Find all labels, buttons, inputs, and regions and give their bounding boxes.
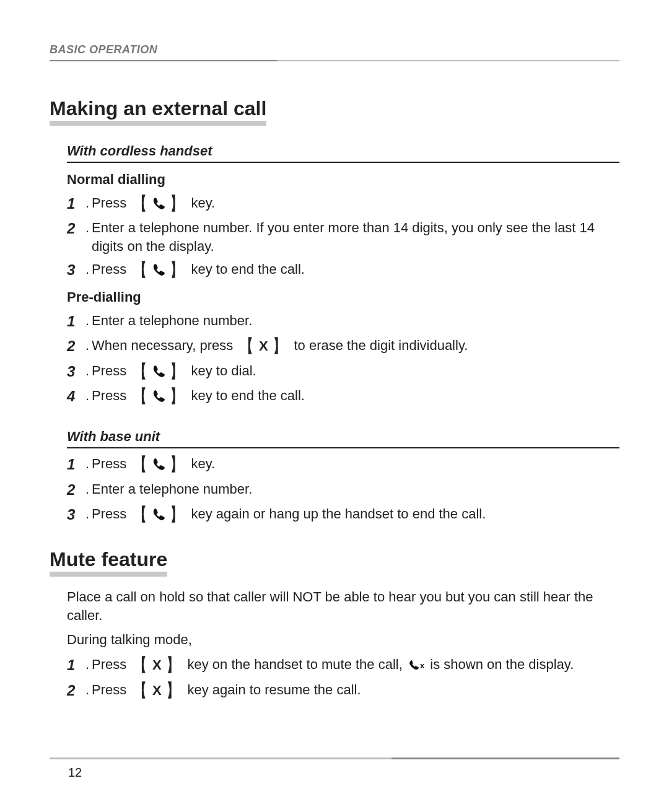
x-key-icon: 【X】 xyxy=(132,682,181,699)
step-text: key to dial. xyxy=(191,363,256,378)
steps-base-unit: 1. Press 【】 key. 2. Enter a telephone nu… xyxy=(67,455,619,525)
step-text: to erase the digit individually. xyxy=(294,338,468,353)
step-item: 3. Press 【】 key to end the call. xyxy=(67,260,619,280)
header-rule xyxy=(50,60,619,61)
subheading-cordless-handset: With cordless handset xyxy=(67,143,619,163)
step-text: Press xyxy=(92,657,126,672)
steps-mute: 1. Press 【X】 key on the handset to mute … xyxy=(67,655,619,701)
talk-key-icon: 【】 xyxy=(132,261,185,279)
step-text: Press xyxy=(92,195,126,211)
step-text: Press xyxy=(92,506,126,522)
step-text: Press xyxy=(92,388,126,403)
step-item: 2. Enter a telephone number. If you ente… xyxy=(67,219,619,255)
talk-key-icon: 【】 xyxy=(132,195,185,212)
step-text: Enter a telephone number. xyxy=(92,312,619,330)
step-item: 4. Press 【】 key to end the call. xyxy=(67,386,619,406)
subheading-normal-dialling: Normal dialling xyxy=(67,172,619,188)
heading-making-external-call: Making an external call xyxy=(50,98,266,126)
step-text: key on the handset to mute the call, xyxy=(188,657,403,672)
mute-indicator-icon: x xyxy=(408,659,424,671)
step-item: 1. Enter a telephone number. xyxy=(67,312,619,331)
talk-key-icon: 【】 xyxy=(132,506,185,523)
step-text: key to end the call. xyxy=(191,388,305,403)
heading-mute-feature: Mute feature xyxy=(50,549,167,577)
step-text: Press xyxy=(92,456,126,471)
section-header: BASIC OPERATION xyxy=(50,43,619,56)
step-item: 1. Press 【】 key. xyxy=(67,194,619,214)
step-text: is shown on the display. xyxy=(430,657,574,672)
talk-key-icon: 【】 xyxy=(132,388,185,405)
step-text: Press xyxy=(92,261,126,277)
subheading-pre-dialling: Pre-dialling xyxy=(67,289,619,305)
step-text: Press xyxy=(92,363,126,378)
mute-description-2: During talking mode, xyxy=(67,631,619,649)
talk-key-icon: 【】 xyxy=(132,456,185,473)
step-text: key. xyxy=(191,456,216,471)
step-item: 1. Press 【X】 key on the handset to mute … xyxy=(67,655,619,675)
step-item: 3. Press 【】 key to dial. xyxy=(67,362,619,382)
step-text: Press xyxy=(92,682,126,697)
footer-rule xyxy=(50,757,619,759)
step-item: 2. When necessary, press 【X】 to erase th… xyxy=(67,336,619,356)
step-item: 2. Enter a telephone number. xyxy=(67,480,619,500)
mute-description-1: Place a call on hold so that caller will… xyxy=(67,588,619,624)
talk-key-icon: 【】 xyxy=(132,363,185,380)
step-text: key again to resume the call. xyxy=(188,682,361,697)
steps-normal-dialling: 1. Press 【】 key. 2. Enter a telephone nu… xyxy=(67,194,619,281)
step-text: Enter a telephone number. If you enter m… xyxy=(92,219,619,255)
step-text: key. xyxy=(191,195,216,211)
step-text: key again or hang up the handset to end … xyxy=(191,506,486,522)
step-item: 3. Press 【】 key again or hang up the han… xyxy=(67,505,619,525)
subheading-base-unit: With base unit xyxy=(67,429,619,448)
step-item: 2. Press 【X】 key again to resume the cal… xyxy=(67,681,619,701)
step-text: key to end the call. xyxy=(191,261,305,277)
page-number: 12 xyxy=(68,766,82,780)
steps-pre-dialling: 1. Enter a telephone number. 2. When nec… xyxy=(67,312,619,407)
x-key-icon: 【X】 xyxy=(238,338,288,355)
step-text: When necessary, press xyxy=(92,338,233,353)
step-item: 1. Press 【】 key. xyxy=(67,455,619,474)
x-key-icon: 【X】 xyxy=(132,657,181,674)
step-text: Enter a telephone number. xyxy=(92,480,619,499)
